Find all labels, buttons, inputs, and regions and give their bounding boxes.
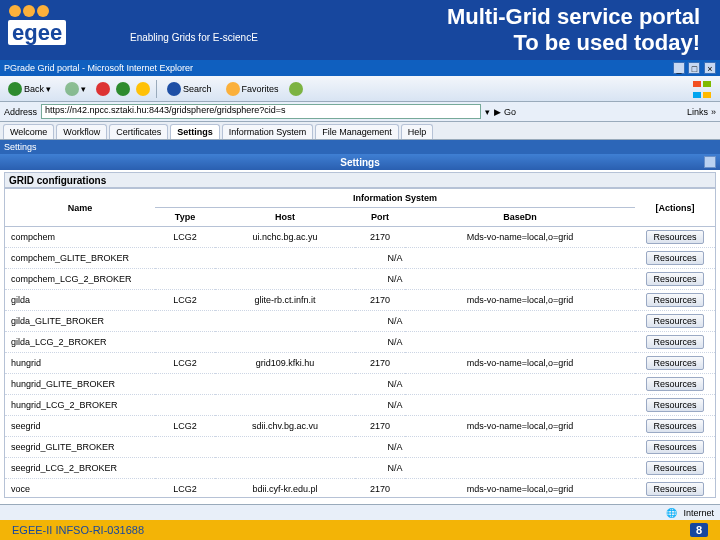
cell-host: grid109.kfki.hu bbox=[215, 353, 355, 374]
col-host: Host bbox=[215, 208, 355, 227]
history-button[interactable] bbox=[289, 82, 303, 96]
resources-button[interactable]: Resources bbox=[646, 272, 703, 286]
home-button[interactable] bbox=[136, 82, 150, 96]
cell-actions: Resources bbox=[635, 437, 715, 458]
forward-button[interactable]: ▾ bbox=[61, 81, 90, 97]
address-label: Address bbox=[4, 107, 37, 117]
cell-name: seegrid bbox=[5, 416, 155, 437]
ie-toolbar: Back ▾ ▾ Search Favorites bbox=[0, 76, 720, 102]
slide-footer: EGEE-II INFSO-RI-031688 8 bbox=[0, 520, 720, 540]
tab-settings[interactable]: Settings bbox=[170, 124, 220, 139]
grid-config-title: GRID configurations bbox=[4, 172, 716, 188]
slide-header: egee Enabling Grids for E-sciencE Multi-… bbox=[0, 0, 720, 60]
resources-button[interactable]: Resources bbox=[646, 314, 703, 328]
address-input[interactable]: https://n42.npcc.sztaki.hu:8443/gridsphe… bbox=[41, 104, 481, 119]
stop-button[interactable] bbox=[96, 82, 110, 96]
favorites-icon bbox=[226, 82, 240, 96]
col-actions: [Actions] bbox=[635, 189, 715, 227]
cell-actions: Resources bbox=[635, 269, 715, 290]
cell-name: compchem bbox=[5, 227, 155, 248]
resources-button[interactable]: Resources bbox=[646, 251, 703, 265]
resources-button[interactable]: Resources bbox=[646, 377, 703, 391]
cell-na: N/A bbox=[155, 437, 635, 458]
cell-na: N/A bbox=[155, 332, 635, 353]
forward-icon bbox=[65, 82, 79, 96]
cell-type: LCG2 bbox=[155, 290, 215, 311]
resources-button[interactable]: Resources bbox=[646, 356, 703, 370]
resources-button[interactable]: Resources bbox=[646, 335, 703, 349]
favorites-button[interactable]: Favorites bbox=[222, 81, 283, 97]
table-row: gildaLCG2glite-rb.ct.infn.it2170mds-vo-n… bbox=[5, 290, 715, 311]
cell-na: N/A bbox=[155, 374, 635, 395]
table-row: seegrid_LCG_2_BROKERN/AResources bbox=[5, 458, 715, 479]
go-button[interactable]: ▶ Go bbox=[494, 107, 516, 117]
cell-na: N/A bbox=[155, 395, 635, 416]
tab-welcome[interactable]: Welcome bbox=[3, 124, 54, 139]
cell-actions: Resources bbox=[635, 353, 715, 374]
resources-button[interactable]: Resources bbox=[646, 230, 703, 244]
col-type: Type bbox=[155, 208, 215, 227]
search-button[interactable]: Search bbox=[163, 81, 216, 97]
resources-button[interactable]: Resources bbox=[646, 440, 703, 454]
resources-button[interactable]: Resources bbox=[646, 419, 703, 433]
cell-na: N/A bbox=[155, 311, 635, 332]
tab-workflow[interactable]: Workflow bbox=[56, 124, 107, 139]
table-row: compchem_LCG_2_BROKERN/AResources bbox=[5, 269, 715, 290]
back-button[interactable]: Back ▾ bbox=[4, 81, 55, 97]
cell-type: LCG2 bbox=[155, 353, 215, 374]
refresh-button[interactable] bbox=[116, 82, 130, 96]
cell-basedn: mds-vo-name=local,o=grid bbox=[405, 479, 635, 499]
egee-logo: egee bbox=[8, 4, 118, 52]
cell-host: sdii.chv.bg.ac.vu bbox=[215, 416, 355, 437]
cell-basedn: Mds-vo-name=local,o=grid bbox=[405, 227, 635, 248]
table-row: seegrid_GLITE_BROKERN/AResources bbox=[5, 437, 715, 458]
cell-na: N/A bbox=[155, 269, 635, 290]
logo-text: egee bbox=[8, 20, 66, 45]
cell-port: 2170 bbox=[355, 416, 405, 437]
portal-tabs: WelcomeWorkflowCertificatesSettingsInfor… bbox=[0, 122, 720, 140]
cell-host: ui.nchc.bg.ac.yu bbox=[215, 227, 355, 248]
close-button[interactable]: × bbox=[704, 62, 716, 74]
window-buttons: _ □ × bbox=[672, 62, 716, 74]
cell-actions: Resources bbox=[635, 227, 715, 248]
table-row: compchemLCG2ui.nchc.bg.ac.yu2170Mds-vo-n… bbox=[5, 227, 715, 248]
grid-config-table: Name Information System [Actions] Type H… bbox=[4, 188, 716, 498]
cell-name: gilda bbox=[5, 290, 155, 311]
resources-button[interactable]: Resources bbox=[646, 482, 703, 496]
cell-actions: Resources bbox=[635, 332, 715, 353]
cell-actions: Resources bbox=[635, 395, 715, 416]
cell-name: seegrid_LCG_2_BROKER bbox=[5, 458, 155, 479]
settings-subtab[interactable]: Settings bbox=[0, 140, 720, 154]
slide-subtitle: Enabling Grids for E-sciencE bbox=[130, 32, 258, 43]
links-button[interactable]: Links » bbox=[687, 107, 716, 117]
cell-port: 2170 bbox=[355, 479, 405, 499]
resources-button[interactable]: Resources bbox=[646, 398, 703, 412]
resources-button[interactable]: Resources bbox=[646, 293, 703, 307]
tab-file-management[interactable]: File Management bbox=[315, 124, 399, 139]
page-number: 8 bbox=[690, 523, 708, 537]
table-row: seegridLCG2sdii.chv.bg.ac.vu2170mds-vo-n… bbox=[5, 416, 715, 437]
cell-name: gilda_GLITE_BROKER bbox=[5, 311, 155, 332]
tab-help[interactable]: Help bbox=[401, 124, 434, 139]
internet-zone-label: Internet bbox=[683, 508, 714, 518]
cell-type: LCG2 bbox=[155, 416, 215, 437]
tab-certificates[interactable]: Certificates bbox=[109, 124, 168, 139]
table-row: gilda_GLITE_BROKERN/AResources bbox=[5, 311, 715, 332]
table-row: compchem_GLITE_BROKERN/AResources bbox=[5, 248, 715, 269]
cell-na: N/A bbox=[155, 248, 635, 269]
portlet-pin-icon[interactable] bbox=[704, 156, 716, 168]
footer-left: EGEE-II INFSO-RI-031688 bbox=[12, 524, 144, 536]
ie-window-title: PGrade Grid portal - Microsoft Internet … bbox=[4, 63, 193, 73]
cell-name: compchem_LCG_2_BROKER bbox=[5, 269, 155, 290]
cell-basedn: mds-vo-name=local,o=grid bbox=[405, 353, 635, 374]
tab-information-system[interactable]: Information System bbox=[222, 124, 314, 139]
search-icon bbox=[167, 82, 181, 96]
cell-name: voce bbox=[5, 479, 155, 499]
cell-name: compchem_GLITE_BROKER bbox=[5, 248, 155, 269]
maximize-button[interactable]: □ bbox=[688, 62, 700, 74]
cell-basedn: mds-vo-name=local,o=grid bbox=[405, 290, 635, 311]
resources-button[interactable]: Resources bbox=[646, 461, 703, 475]
cell-name: seegrid_GLITE_BROKER bbox=[5, 437, 155, 458]
cell-port: 2170 bbox=[355, 290, 405, 311]
minimize-button[interactable]: _ bbox=[673, 62, 685, 74]
